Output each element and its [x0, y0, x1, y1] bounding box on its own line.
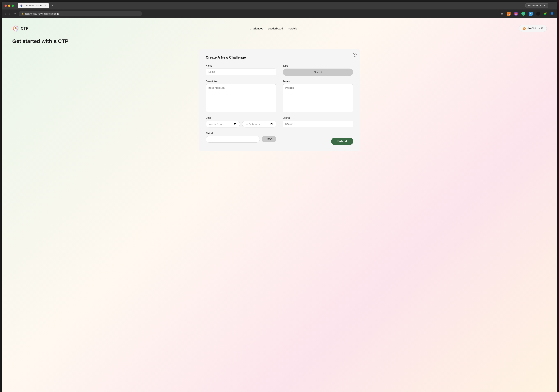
secret-label: Secret — [283, 116, 353, 119]
refresh-button[interactable]: ↻ — [13, 11, 17, 16]
metamask-fox-icon — [522, 27, 526, 30]
date-start-input[interactable] — [206, 121, 240, 127]
submit-button[interactable]: Submit — [331, 138, 353, 145]
tab-area: Capture the Prompt ✕ + — [18, 3, 524, 9]
secret-input[interactable] — [283, 121, 353, 127]
date-label: Date — [206, 116, 276, 119]
url-input-box[interactable]: 🔒 localhost:5173/webapp/challenge — [19, 11, 142, 16]
svg-point-4 — [524, 28, 524, 29]
ext-person-icon[interactable]: 👤 — [549, 11, 555, 16]
ext-icon-k[interactable]: K — [528, 11, 534, 16]
logo-text: CTP — [21, 26, 28, 31]
award-label: Award — [206, 132, 276, 134]
description-label: Description — [206, 80, 276, 83]
app-nav: CTP Challenges Leaderboard Portfolio 0xA… — [12, 25, 547, 32]
nav-links: Challenges Leaderboard Portfolio — [250, 27, 298, 30]
more-options-button[interactable]: ⋮ — [550, 3, 554, 8]
address-bar: ‹ › ↻ 🔒 localhost:5173/webapp/challenge … — [2, 9, 557, 18]
submit-group: Submit — [283, 132, 353, 145]
url-display: localhost:5173/webapp/challenge — [25, 12, 59, 15]
ext-icon-i[interactable]: I — [535, 11, 541, 16]
award-group: Award USDC — [206, 132, 276, 145]
lock-icon: 🔒 — [21, 12, 24, 15]
bookmark-icon[interactable]: ★ — [500, 11, 504, 16]
nav-portfolio[interactable]: Portfolio — [288, 27, 298, 30]
date-row — [206, 121, 276, 127]
tab-title: Capture the Prompt — [24, 4, 43, 7]
description-group: Description — [206, 80, 276, 112]
tab-favicon-icon — [20, 4, 23, 7]
form-grid: Name Type Secret Description Prompt — [206, 64, 353, 145]
logo-shield-icon — [12, 25, 19, 32]
back-button[interactable]: ‹ — [4, 12, 7, 16]
page-content: CTP Challenges Leaderboard Portfolio 0xA… — [2, 18, 557, 392]
submit-row: Submit — [283, 138, 353, 145]
date-group: Date — [206, 116, 276, 127]
ext-icon-3[interactable]: 🐦 — [520, 11, 526, 16]
date-end-input[interactable] — [242, 121, 276, 127]
name-input[interactable] — [206, 69, 276, 75]
page-heading: Get started with a CTP — [12, 38, 547, 44]
form-card: Create A New Challenge Name Type Secret … — [199, 49, 360, 151]
form-title: Create A New Challenge — [206, 55, 353, 59]
minimize-window-button[interactable] — [8, 5, 10, 7]
tab-close-button[interactable]: ✕ — [44, 4, 46, 7]
forward-button[interactable]: › — [9, 12, 11, 16]
traffic-lights — [5, 5, 14, 7]
award-input[interactable] — [206, 136, 260, 143]
extension-icons: ★ 🦊 🦊 🐦 K I 🧩 👤 — [500, 11, 555, 16]
ext-icon-1[interactable]: 🦊 — [506, 11, 512, 16]
form-close-button[interactable] — [352, 52, 357, 57]
ext-puzzle-icon[interactable]: 🧩 — [542, 11, 548, 16]
usdc-button[interactable]: USDC — [261, 136, 276, 142]
secret-group: Secret — [283, 116, 353, 127]
prompt-textarea[interactable] — [283, 84, 353, 112]
type-group: Type Secret — [283, 64, 353, 76]
name-label: Name — [206, 64, 276, 67]
close-circle-icon — [353, 53, 357, 57]
prompt-label: Prompt — [283, 80, 353, 83]
award-row: USDC — [206, 136, 276, 143]
relaunch-button[interactable]: Relaunch to update — [525, 3, 548, 8]
description-textarea[interactable] — [206, 84, 276, 112]
active-tab[interactable]: Capture the Prompt ✕ — [18, 3, 49, 9]
maximize-window-button[interactable] — [12, 5, 14, 7]
wallet-button[interactable]: 0xA502...d447 — [519, 25, 547, 32]
nav-challenges[interactable]: Challenges — [250, 27, 263, 30]
ext-icon-2[interactable]: 🦊 — [513, 11, 519, 16]
name-group: Name — [206, 64, 276, 76]
prompt-group: Prompt — [283, 80, 353, 112]
wallet-address: 0xA502...d447 — [528, 27, 543, 30]
app-logo: CTP — [12, 25, 28, 32]
nav-leaderboard[interactable]: Leaderboard — [268, 27, 283, 30]
type-label: Type — [283, 64, 353, 67]
title-bar: Capture the Prompt ✕ + Relaunch to updat… — [2, 2, 557, 9]
type-button[interactable]: Secret — [283, 69, 353, 76]
close-window-button[interactable] — [5, 5, 7, 7]
new-tab-button[interactable]: + — [50, 3, 55, 8]
